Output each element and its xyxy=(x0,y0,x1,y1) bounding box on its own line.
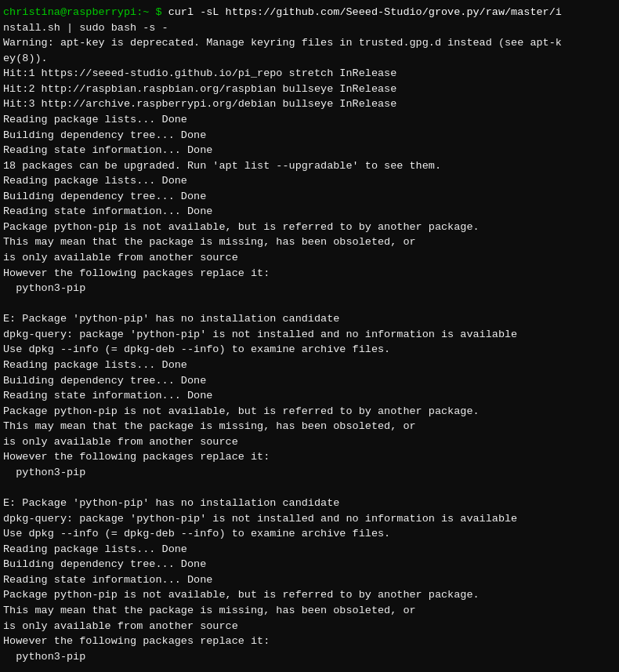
terminal-line: E: Package 'python-pip' has no installat… xyxy=(3,311,616,327)
terminal-line: Building dependency tree... Done xyxy=(3,189,616,205)
terminal-line: Use dpkg --info (= dpkg-deb --info) to e… xyxy=(3,526,616,542)
terminal-line: dpkg-query: package 'python-pip' is not … xyxy=(3,327,616,343)
terminal-line: Package python-pip is not available, but… xyxy=(3,404,616,420)
terminal-line: Building dependency tree... Done xyxy=(3,128,616,143)
terminal-line: However the following packages replace i… xyxy=(3,634,616,649)
terminal-line: This may mean that the package is missin… xyxy=(3,419,616,434)
terminal-line: This may mean that the package is missin… xyxy=(3,603,616,619)
terminal-line: Reading package lists... Done xyxy=(3,173,616,189)
command-text: curl -sL https://github.com/Seeed-Studio… xyxy=(168,6,562,18)
terminal-line: Reading package lists... Done xyxy=(3,112,616,128)
terminal-line: ey(8)). xyxy=(3,51,616,67)
prompt-text: christina@raspberrypi:~ $ xyxy=(3,6,168,18)
terminal-line: E: Package 'python-pip' has no installat… xyxy=(3,496,616,511)
terminal-line: is only available from another source xyxy=(3,619,616,634)
terminal-line: nstall.sh | sudo bash -s - xyxy=(3,20,616,36)
terminal-empty-line xyxy=(3,480,616,496)
terminal-line: Package python-pip is not available, but… xyxy=(3,220,616,235)
terminal-line: dpkg-query: package 'python-pip' is not … xyxy=(3,511,616,527)
terminal-line: Reading state information... Done xyxy=(3,204,616,220)
terminal-line: Warning: apt-key is deprecated. Manage k… xyxy=(3,35,616,51)
terminal-line: 18 packages can be upgraded. Run 'apt li… xyxy=(3,158,616,174)
terminal-line: Hit:2 http://raspbian.raspbian.org/raspb… xyxy=(3,82,616,97)
terminal-line: Reading package lists... Done xyxy=(3,358,616,373)
terminal-line: Reading state information... Done xyxy=(3,388,616,404)
terminal-line: is only available from another source xyxy=(3,250,616,266)
terminal-line: python3-pip xyxy=(3,281,616,296)
terminal-line: Building dependency tree... Done xyxy=(3,373,616,389)
terminal-line: This may mean that the package is missin… xyxy=(3,234,616,250)
terminal-line: Reading state information... Done xyxy=(3,143,616,158)
terminal-line: Hit:1 https://seeed-studio.github.io/pi_… xyxy=(3,66,616,82)
terminal-line: However the following packages replace i… xyxy=(3,266,616,282)
terminal-line: Building dependency tree... Done xyxy=(3,557,616,572)
terminal-line: Hit:3 http://archive.raspberrypi.org/deb… xyxy=(3,96,616,112)
terminal-line: Use dpkg --info (= dpkg-deb --info) to e… xyxy=(3,342,616,358)
terminal-line: Reading state information... Done xyxy=(3,572,616,588)
terminal-line: Reading package lists... Done xyxy=(3,542,616,558)
terminal-line: is only available from another source xyxy=(3,434,616,450)
terminal-line: Package python-pip is not available, but… xyxy=(3,587,616,603)
terminal-line: christina@raspberrypi:~ $ curl -sL https… xyxy=(3,5,616,20)
terminal-window: christina@raspberrypi:~ $ curl -sL https… xyxy=(0,0,619,672)
terminal-line: python3-pip xyxy=(3,649,616,665)
terminal-line: However the following packages replace i… xyxy=(3,449,616,465)
terminal-empty-line xyxy=(3,296,616,312)
terminal-line: python3-pip xyxy=(3,465,616,481)
